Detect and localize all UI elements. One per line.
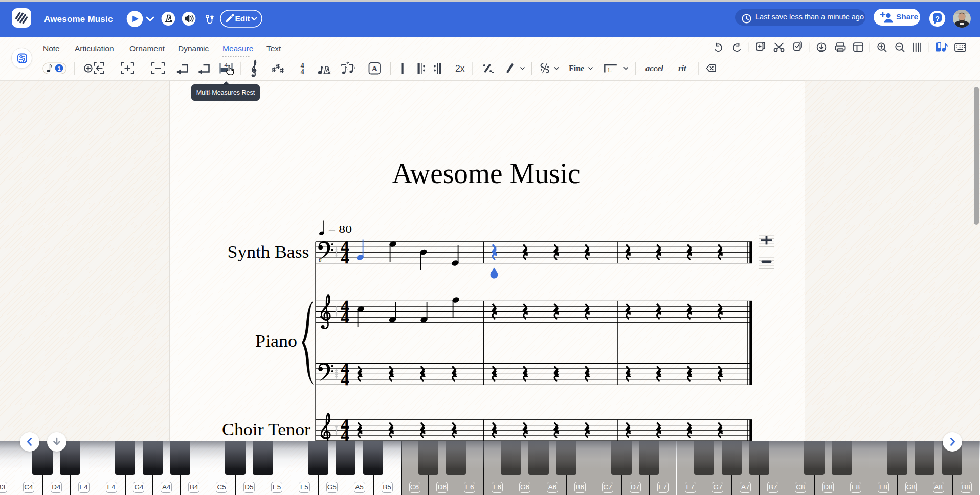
svg-text:accel: accel — [645, 63, 663, 73]
svg-text:Piano: Piano — [255, 331, 297, 350]
svg-text:4: 4 — [341, 370, 349, 389]
svg-text:Choir Tenor: Choir Tenor — [222, 420, 311, 439]
svg-text:8: 8 — [319, 257, 322, 263]
svg-text:4: 4 — [341, 308, 349, 326]
svg-text:Synth Bass: Synth Bass — [228, 242, 309, 261]
svg-text:1: 1 — [57, 65, 60, 72]
svg-text:Awesome Music: Awesome Music — [392, 156, 581, 190]
svg-text:1.: 1. — [607, 66, 612, 74]
svg-text:A: A — [372, 64, 378, 73]
svg-text:rit: rit — [678, 63, 686, 73]
svg-text:?: ? — [935, 15, 940, 23]
svg-text:2x: 2x — [455, 63, 465, 74]
svg-text:= 80: = 80 — [328, 222, 352, 235]
svg-text:Fine: Fine — [569, 64, 584, 73]
svg-text:4: 4 — [341, 426, 349, 441]
svg-text:4: 4 — [300, 68, 304, 76]
svg-text:Edit: Edit — [235, 14, 250, 23]
svg-text:4: 4 — [224, 61, 228, 69]
svg-text:4: 4 — [341, 249, 349, 267]
